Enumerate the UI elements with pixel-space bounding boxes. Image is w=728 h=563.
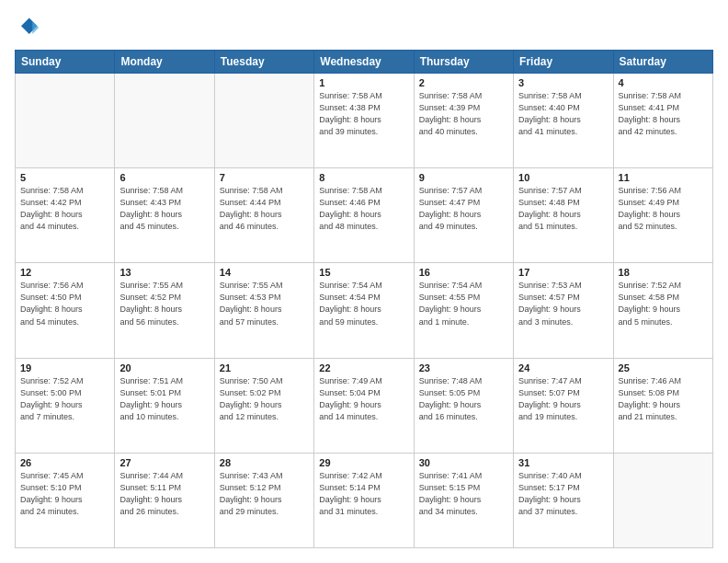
day-number: 10: [518, 172, 608, 183]
day-number: 12: [20, 267, 109, 278]
day-cell-19: 19Sunrise: 7:52 AM Sunset: 5:00 PM Dayli…: [16, 358, 115, 453]
day-info: Sunrise: 7:47 AM Sunset: 5:07 PM Dayligh…: [518, 375, 608, 423]
week-row-5: 26Sunrise: 7:45 AM Sunset: 5:10 PM Dayli…: [16, 453, 713, 547]
empty-cell: [16, 74, 115, 168]
day-cell-13: 13Sunrise: 7:55 AM Sunset: 4:52 PM Dayli…: [115, 263, 214, 358]
day-number: 29: [319, 457, 408, 468]
day-cell-3: 3Sunrise: 7:58 AM Sunset: 4:40 PM Daylig…: [514, 74, 613, 168]
day-info: Sunrise: 7:56 AM Sunset: 4:49 PM Dayligh…: [619, 185, 708, 233]
day-number: 24: [518, 362, 608, 373]
day-number: 9: [419, 172, 508, 183]
day-cell-24: 24Sunrise: 7:47 AM Sunset: 5:07 PM Dayli…: [514, 358, 613, 453]
page: SundayMondayTuesdayWednesdayThursdayFrid…: [0, 0, 728, 563]
week-row-4: 19Sunrise: 7:52 AM Sunset: 5:00 PM Dayli…: [16, 358, 713, 453]
day-cell-10: 10Sunrise: 7:57 AM Sunset: 4:48 PM Dayli…: [514, 168, 613, 263]
day-info: Sunrise: 7:58 AM Sunset: 4:41 PM Dayligh…: [619, 90, 708, 138]
logo: [15, 15, 44, 40]
day-cell-18: 18Sunrise: 7:52 AM Sunset: 4:58 PM Dayli…: [613, 263, 712, 358]
col-header-wednesday: Wednesday: [314, 51, 414, 74]
day-info: Sunrise: 7:52 AM Sunset: 5:00 PM Dayligh…: [20, 375, 109, 423]
day-number: 30: [419, 457, 508, 468]
day-cell-17: 17Sunrise: 7:53 AM Sunset: 4:57 PM Dayli…: [514, 263, 613, 358]
col-header-saturday: Saturday: [613, 51, 712, 74]
day-number: 3: [518, 77, 608, 88]
col-header-sunday: Sunday: [16, 51, 115, 74]
day-cell-1: 1Sunrise: 7:58 AM Sunset: 4:38 PM Daylig…: [314, 74, 414, 168]
day-info: Sunrise: 7:54 AM Sunset: 4:55 PM Dayligh…: [419, 280, 508, 327]
day-cell-7: 7Sunrise: 7:58 AM Sunset: 4:44 PM Daylig…: [214, 168, 313, 263]
day-cell-14: 14Sunrise: 7:55 AM Sunset: 4:53 PM Dayli…: [214, 263, 313, 358]
day-number: 15: [319, 267, 408, 278]
day-number: 2: [419, 77, 508, 88]
day-cell-2: 2Sunrise: 7:58 AM Sunset: 4:39 PM Daylig…: [414, 74, 513, 168]
day-number: 26: [20, 457, 109, 468]
day-info: Sunrise: 7:46 AM Sunset: 5:08 PM Dayligh…: [619, 375, 708, 423]
day-info: Sunrise: 7:58 AM Sunset: 4:44 PM Dayligh…: [220, 185, 309, 233]
day-cell-25: 25Sunrise: 7:46 AM Sunset: 5:08 PM Dayli…: [613, 358, 712, 453]
day-cell-15: 15Sunrise: 7:54 AM Sunset: 4:54 PM Dayli…: [314, 263, 414, 358]
calendar-table: SundayMondayTuesdayWednesdayThursdayFrid…: [15, 50, 713, 548]
day-number: 5: [20, 172, 109, 183]
day-info: Sunrise: 7:52 AM Sunset: 4:58 PM Dayligh…: [619, 280, 708, 327]
day-info: Sunrise: 7:58 AM Sunset: 4:38 PM Dayligh…: [319, 90, 408, 138]
day-cell-4: 4Sunrise: 7:58 AM Sunset: 4:41 PM Daylig…: [613, 74, 712, 168]
day-number: 28: [220, 457, 309, 468]
empty-cell: [115, 74, 214, 168]
day-number: 13: [119, 267, 209, 278]
day-cell-29: 29Sunrise: 7:42 AM Sunset: 5:14 PM Dayli…: [314, 453, 414, 547]
day-cell-21: 21Sunrise: 7:50 AM Sunset: 5:02 PM Dayli…: [214, 358, 313, 453]
col-header-thursday: Thursday: [414, 51, 513, 74]
calendar-header-row: SundayMondayTuesdayWednesdayThursdayFrid…: [16, 51, 713, 74]
day-cell-31: 31Sunrise: 7:40 AM Sunset: 5:17 PM Dayli…: [514, 453, 613, 547]
col-header-tuesday: Tuesday: [214, 51, 313, 74]
header: [15, 15, 713, 40]
empty-cell: [613, 453, 712, 547]
day-info: Sunrise: 7:51 AM Sunset: 5:01 PM Dayligh…: [119, 375, 209, 423]
day-info: Sunrise: 7:55 AM Sunset: 4:53 PM Dayligh…: [220, 280, 309, 327]
day-info: Sunrise: 7:55 AM Sunset: 4:52 PM Dayligh…: [119, 280, 209, 327]
day-number: 16: [419, 267, 508, 278]
day-number: 14: [220, 267, 309, 278]
day-info: Sunrise: 7:43 AM Sunset: 5:12 PM Dayligh…: [220, 470, 309, 518]
day-cell-27: 27Sunrise: 7:44 AM Sunset: 5:11 PM Dayli…: [115, 453, 214, 547]
day-cell-6: 6Sunrise: 7:58 AM Sunset: 4:43 PM Daylig…: [115, 168, 214, 263]
day-cell-23: 23Sunrise: 7:48 AM Sunset: 5:05 PM Dayli…: [414, 358, 513, 453]
col-header-monday: Monday: [115, 51, 214, 74]
day-info: Sunrise: 7:40 AM Sunset: 5:17 PM Dayligh…: [518, 470, 608, 518]
day-cell-8: 8Sunrise: 7:58 AM Sunset: 4:46 PM Daylig…: [314, 168, 414, 263]
day-info: Sunrise: 7:44 AM Sunset: 5:11 PM Dayligh…: [119, 470, 209, 518]
day-number: 25: [619, 362, 708, 373]
day-number: 8: [319, 172, 408, 183]
day-cell-9: 9Sunrise: 7:57 AM Sunset: 4:47 PM Daylig…: [414, 168, 513, 263]
day-info: Sunrise: 7:48 AM Sunset: 5:05 PM Dayligh…: [419, 375, 508, 423]
svg-marker-1: [32, 21, 39, 34]
day-number: 19: [20, 362, 109, 373]
day-info: Sunrise: 7:57 AM Sunset: 4:47 PM Dayligh…: [419, 185, 508, 233]
day-info: Sunrise: 7:57 AM Sunset: 4:48 PM Dayligh…: [518, 185, 608, 233]
day-info: Sunrise: 7:58 AM Sunset: 4:40 PM Dayligh…: [518, 90, 608, 138]
day-number: 18: [619, 267, 708, 278]
day-info: Sunrise: 7:42 AM Sunset: 5:14 PM Dayligh…: [319, 470, 408, 518]
day-cell-28: 28Sunrise: 7:43 AM Sunset: 5:12 PM Dayli…: [214, 453, 313, 547]
week-row-1: 1Sunrise: 7:58 AM Sunset: 4:38 PM Daylig…: [16, 74, 713, 168]
day-info: Sunrise: 7:58 AM Sunset: 4:42 PM Dayligh…: [20, 185, 109, 233]
empty-cell: [214, 74, 313, 168]
day-number: 22: [319, 362, 408, 373]
day-info: Sunrise: 7:58 AM Sunset: 4:46 PM Dayligh…: [319, 185, 408, 233]
day-number: 21: [220, 362, 309, 373]
day-cell-22: 22Sunrise: 7:49 AM Sunset: 5:04 PM Dayli…: [314, 358, 414, 453]
day-info: Sunrise: 7:53 AM Sunset: 4:57 PM Dayligh…: [518, 280, 608, 327]
day-number: 6: [119, 172, 209, 183]
day-number: 23: [419, 362, 508, 373]
day-number: 1: [319, 77, 408, 88]
day-info: Sunrise: 7:54 AM Sunset: 4:54 PM Dayligh…: [319, 280, 408, 327]
day-info: Sunrise: 7:41 AM Sunset: 5:15 PM Dayligh…: [419, 470, 508, 518]
day-number: 4: [619, 77, 708, 88]
day-info: Sunrise: 7:58 AM Sunset: 4:43 PM Dayligh…: [119, 185, 209, 233]
logo-icon: [15, 15, 40, 40]
day-info: Sunrise: 7:45 AM Sunset: 5:10 PM Dayligh…: [20, 470, 109, 518]
day-number: 17: [518, 267, 608, 278]
day-number: 31: [518, 457, 608, 468]
col-header-friday: Friday: [514, 51, 613, 74]
day-number: 27: [119, 457, 209, 468]
